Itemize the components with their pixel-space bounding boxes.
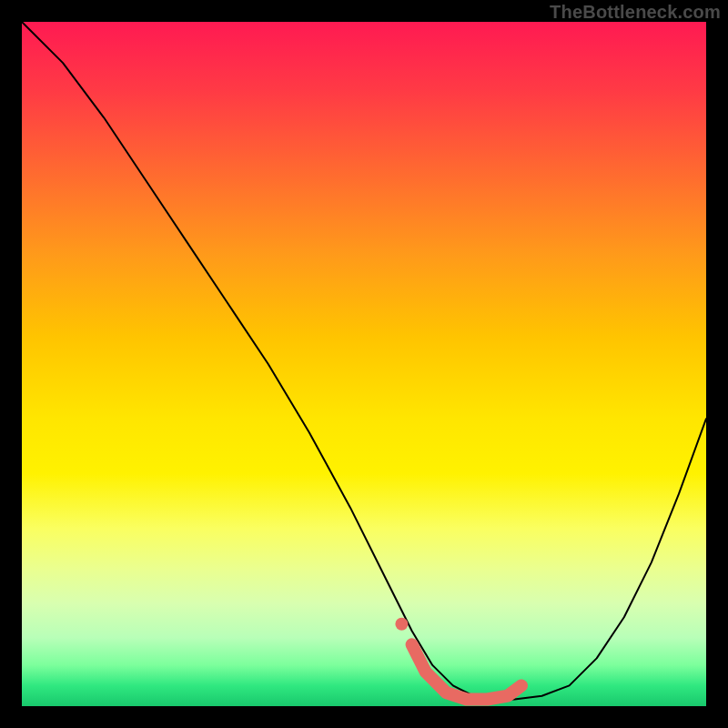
plot-area [22, 22, 706, 706]
bottleneck-curve [22, 22, 706, 700]
watermark-text: TheBottleneck.com [550, 2, 721, 23]
highlight-dot [395, 618, 408, 631]
curve-layer [22, 22, 706, 706]
highlight-segment [412, 644, 521, 699]
chart-frame: TheBottleneck.com [0, 0, 728, 728]
